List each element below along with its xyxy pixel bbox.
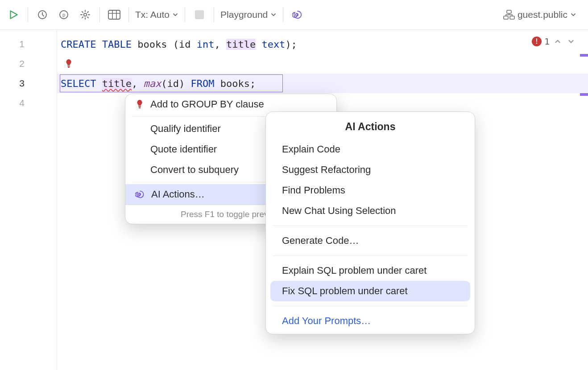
separator [273,226,468,226]
svg-rect-8 [67,66,70,66]
separator [214,7,214,22]
separator [185,7,185,22]
separator [273,306,468,306]
history-button[interactable] [32,4,53,25]
svg-rect-4 [108,10,120,19]
ai-action-explain-sql-problem[interactable]: Explain SQL problem under caret [270,260,470,281]
ai-action-explain-code[interactable]: Explain Code [270,139,470,160]
intention-label: Quote identifier [150,144,217,155]
output-mode-button[interactable] [104,4,125,25]
clock-icon [37,9,48,20]
next-error-button[interactable] [566,38,576,45]
ai-action-suggest-refactoring[interactable]: Suggest Refactoring [270,160,470,180]
run-button[interactable] [3,4,24,25]
gutter-line: 2 [0,54,57,74]
svg-rect-10 [138,106,141,107]
settings-button[interactable] [75,4,96,25]
play-icon [8,9,19,21]
code-line: SELECT title, max(id) FROM books; [57,74,588,93]
error-count: 1 [544,36,550,47]
chevron-down-icon [270,12,277,18]
ai-action-fix-sql-problem[interactable]: Fix SQL problem under caret [270,281,470,301]
database-dropdown[interactable]: Playground [218,9,279,20]
svg-rect-11 [139,107,141,108]
separator [128,7,129,22]
separator [283,7,283,22]
ai-action-find-problems[interactable]: Find Problems [270,180,470,201]
separator [99,7,100,22]
gutter-line: 3 [0,74,57,93]
gutter-line: 1 [0,34,57,54]
svg-rect-5 [507,10,511,13]
ai-action-new-chat[interactable]: New Chat Using Selection [270,201,470,221]
error-stripe[interactable] [580,93,588,96]
toolbar-right: guest.public [501,9,585,20]
spiral-icon [292,9,303,20]
database-label: Playground [220,9,268,20]
intention-label: Convert to subquery [150,164,239,176]
prev-error-button[interactable] [552,38,563,45]
intention-label: Qualify identifier [150,123,221,135]
svg-rect-9 [68,67,70,68]
intention-label: Add to GROUP BY clause [150,99,264,110]
explain-plan-button[interactable]: p [53,4,75,25]
gutter-line: 4 [0,93,57,113]
toolbar: p Tx: Auto Playground guest.public [0,0,588,30]
error-stripe[interactable] [580,54,588,57]
popup-title: AI Actions [266,112,475,139]
tx-mode-label: Tx: Auto [135,9,170,20]
chevron-down-icon [570,12,576,18]
svg-point-3 [84,13,87,16]
chevron-down-icon [172,12,178,18]
intention-label: AI Actions… [151,189,205,200]
error-icon [532,37,542,46]
code-line: CREATE TABLE books (id int, title text); [57,34,588,54]
schema-icon [503,10,515,20]
schema-dropdown[interactable]: guest.public [501,9,579,20]
bulb-icon [135,99,144,110]
tx-mode-dropdown[interactable]: Tx: Auto [133,9,181,20]
code-line [57,54,588,74]
error-indicator[interactable]: 1 [532,36,576,47]
table-icon [108,10,120,20]
stop-button[interactable] [189,4,210,25]
svg-rect-6 [504,16,508,19]
ai-assistant-button[interactable] [287,4,308,25]
separator [28,7,28,22]
gutter: 1 2 3 4 [0,30,57,370]
separator [273,255,468,256]
ai-actions-popup: AI Actions Explain Code Suggest Refactor… [265,111,475,334]
stop-icon [195,10,204,19]
circle-p-icon: p [58,9,69,20]
ai-action-add-prompts[interactable]: Add Your Prompts… [270,311,470,331]
ai-action-generate-code[interactable]: Generate Code… [270,230,470,251]
spiral-icon [135,189,145,199]
svg-text:p: p [62,12,65,17]
gear-icon [80,9,91,20]
svg-rect-7 [510,16,514,19]
schema-label: guest.public [518,9,567,20]
